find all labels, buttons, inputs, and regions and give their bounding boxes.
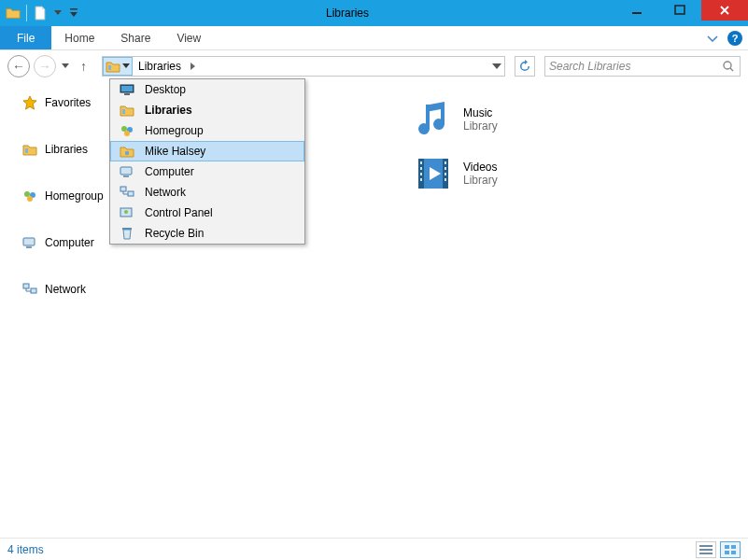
svg-point-6 (24, 191, 30, 197)
network-icon (119, 185, 135, 200)
svg-point-37 (124, 131, 130, 136)
minimize-button[interactable] (615, 0, 658, 21)
star-icon (22, 95, 37, 110)
help-icon[interactable]: ? (727, 31, 742, 46)
svg-rect-19 (420, 178, 422, 181)
svg-rect-18 (420, 173, 422, 175)
svg-rect-3 (108, 65, 111, 70)
new-doc-icon[interactable] (33, 6, 48, 21)
library-item-videos[interactable]: Videos Library (411, 151, 498, 196)
libraries-icon (119, 103, 135, 118)
recycle-bin-icon (119, 226, 135, 241)
ribbon-tabs: File Home Share View ? (0, 26, 748, 49)
address-icon-segment[interactable] (103, 57, 133, 76)
library-item-text: Music Library (463, 106, 498, 133)
svg-rect-28 (731, 545, 736, 549)
window-title: Libraries (79, 0, 615, 26)
sidebar-item-label: Homegroup (45, 189, 104, 203)
library-item-music[interactable]: Music Library (411, 97, 498, 142)
svg-rect-2 (675, 6, 684, 14)
svg-rect-26 (699, 553, 713, 554)
library-item-sub: Library (463, 119, 498, 133)
libraries-icon (106, 59, 120, 74)
tab-view[interactable]: View (163, 26, 214, 49)
svg-point-35 (121, 126, 127, 132)
sidebar-item-label: Libraries (45, 143, 88, 156)
up-button[interactable]: ↑ (75, 59, 92, 74)
status-count: 4 items (7, 543, 44, 556)
dropdown-item-user[interactable]: Mike Halsey (110, 141, 304, 161)
recent-locations-icon[interactable] (60, 59, 71, 74)
sidebar-item-network[interactable]: Network (9, 274, 149, 304)
svg-rect-32 (121, 86, 133, 91)
address-bar[interactable]: Libraries (102, 56, 505, 77)
svg-rect-45 (122, 228, 132, 230)
search-placeholder: Search Libraries (549, 60, 630, 73)
computer-icon (22, 235, 37, 250)
svg-rect-21 (445, 167, 446, 170)
dropdown-item-computer[interactable]: Computer (110, 161, 304, 182)
svg-rect-41 (120, 187, 126, 191)
svg-rect-9 (23, 238, 35, 245)
sidebar-item-label: Computer (45, 236, 94, 249)
view-details-button[interactable] (696, 541, 716, 558)
svg-rect-23 (445, 178, 446, 181)
dropdown-item-homegroup[interactable]: Homegroup (110, 120, 304, 141)
svg-rect-40 (123, 175, 129, 177)
tab-home[interactable]: Home (51, 26, 107, 49)
breadcrumb-libraries[interactable]: Libraries (133, 57, 187, 76)
dropdown-item-label: Recycle Bin (145, 227, 204, 240)
back-button[interactable]: ← (7, 55, 30, 77)
dropdown-item-label: Computer (145, 165, 194, 178)
computer-icon (119, 164, 135, 179)
svg-rect-1 (632, 12, 642, 14)
forward-button[interactable]: → (34, 55, 56, 77)
sidebar-item-label: Favorites (45, 96, 91, 109)
file-tab[interactable]: File (0, 26, 51, 49)
svg-rect-22 (445, 173, 446, 175)
qat-customize-icon[interactable] (68, 6, 79, 21)
control-panel-icon (119, 205, 135, 220)
address-dropdown: Desktop Libraries Homegroup Mike Halsey … (109, 78, 305, 245)
close-button[interactable] (701, 0, 748, 21)
expand-ribbon-icon[interactable] (705, 31, 720, 46)
svg-rect-42 (128, 191, 134, 196)
quick-access-toolbar (0, 0, 79, 26)
dropdown-item-label: Homegroup (145, 124, 204, 137)
view-icons-button[interactable] (720, 541, 741, 558)
monitor-icon (119, 82, 135, 97)
maximize-button[interactable] (658, 0, 701, 21)
dropdown-item-label: Network (145, 186, 186, 199)
sidebar-item-label: Network (45, 283, 86, 296)
dropdown-item-libraries[interactable]: Libraries (110, 100, 304, 120)
libraries-icon (22, 142, 37, 157)
svg-rect-34 (122, 109, 125, 114)
library-item-text: Videos Library (463, 161, 498, 187)
svg-rect-25 (699, 549, 713, 551)
svg-rect-11 (23, 284, 29, 288)
svg-point-4 (724, 62, 731, 69)
dropdown-item-label: Desktop (145, 83, 186, 96)
svg-rect-39 (120, 167, 132, 175)
library-item-name: Music (463, 106, 498, 119)
dropdown-item-network[interactable]: Network (110, 182, 304, 203)
new-doc-dropdown-icon[interactable] (53, 6, 63, 21)
tab-share[interactable]: Share (107, 26, 163, 49)
svg-point-8 (27, 196, 33, 202)
music-icon (411, 97, 456, 142)
search-input[interactable]: Search Libraries (544, 56, 741, 77)
homegroup-icon (22, 189, 37, 203)
breadcrumb-separator-icon[interactable] (187, 57, 200, 76)
library-item-name: Videos (463, 161, 498, 174)
address-dropdown-icon[interactable] (489, 59, 504, 74)
dropdown-item-control-panel[interactable]: Control Panel (110, 203, 304, 223)
svg-rect-12 (31, 288, 36, 293)
dropdown-item-recycle-bin[interactable]: Recycle Bin (110, 223, 304, 244)
refresh-button[interactable] (515, 56, 535, 77)
svg-rect-20 (445, 161, 446, 164)
separator (26, 5, 27, 21)
window-controls (615, 0, 748, 26)
dropdown-item-label: Libraries (145, 104, 192, 117)
dropdown-item-desktop[interactable]: Desktop (110, 79, 304, 100)
videos-icon (411, 151, 456, 196)
